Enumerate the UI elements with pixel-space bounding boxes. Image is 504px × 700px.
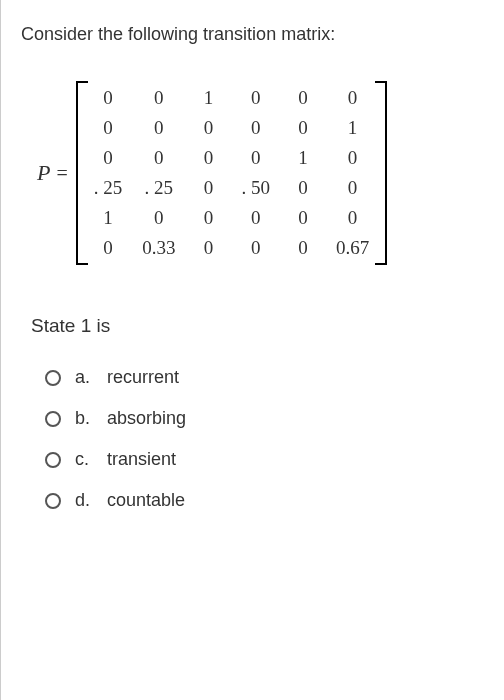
- cell: 0: [290, 87, 316, 109]
- cell: 0.67: [336, 237, 369, 259]
- cell: 0: [94, 87, 123, 109]
- question-text: State 1 is: [31, 315, 484, 337]
- cell: 1: [290, 147, 316, 169]
- cell: 0: [290, 207, 316, 229]
- option-letter: c.: [75, 449, 93, 470]
- cell: 1: [94, 207, 123, 229]
- cell: 0: [336, 177, 369, 199]
- option-letter: a.: [75, 367, 93, 388]
- cell: 0: [241, 237, 270, 259]
- matrix-variable: P: [37, 160, 50, 186]
- cell: 0: [195, 117, 221, 139]
- options-list: a. recurrent b. absorbing c. transient d…: [45, 367, 484, 511]
- cell: 0: [241, 87, 270, 109]
- option-text: absorbing: [107, 408, 186, 429]
- cell: 0: [336, 147, 369, 169]
- cell: 0: [142, 147, 175, 169]
- radio-icon[interactable]: [45, 370, 61, 386]
- radio-icon[interactable]: [45, 452, 61, 468]
- cell: 0: [195, 177, 221, 199]
- option-text: recurrent: [107, 367, 179, 388]
- cell: 0: [94, 147, 123, 169]
- option-d[interactable]: d. countable: [45, 490, 484, 511]
- cell: 0: [241, 147, 270, 169]
- option-c[interactable]: c. transient: [45, 449, 484, 470]
- radio-icon[interactable]: [45, 493, 61, 509]
- cell: 0: [94, 237, 123, 259]
- cell: 0: [290, 177, 316, 199]
- cell: . 25: [142, 177, 175, 199]
- cell: 0: [195, 147, 221, 169]
- equals-sign: =: [56, 162, 67, 185]
- matrix-equation: P = 0 0 1 0 0 0 0 0 0 0 0 1 0 0 0 0 1 0 …: [37, 81, 484, 265]
- cell: 0: [142, 117, 175, 139]
- cell: 0: [195, 237, 221, 259]
- cell: 0: [336, 87, 369, 109]
- cell: 0: [241, 207, 270, 229]
- right-bracket: [375, 81, 387, 265]
- left-bracket: [76, 81, 88, 265]
- cell: 0: [336, 207, 369, 229]
- cell: . 50: [241, 177, 270, 199]
- cell: 0: [94, 117, 123, 139]
- prompt-text: Consider the following transition matrix…: [21, 24, 484, 45]
- option-letter: d.: [75, 490, 93, 511]
- matrix-grid: 0 0 1 0 0 0 0 0 0 0 0 1 0 0 0 0 1 0 . 25…: [88, 81, 376, 265]
- option-text: transient: [107, 449, 176, 470]
- cell: 0: [142, 87, 175, 109]
- cell: 0.33: [142, 237, 175, 259]
- radio-icon[interactable]: [45, 411, 61, 427]
- option-b[interactable]: b. absorbing: [45, 408, 484, 429]
- cell: 0: [195, 207, 221, 229]
- cell: 0: [241, 117, 270, 139]
- option-text: countable: [107, 490, 185, 511]
- cell: . 25: [94, 177, 123, 199]
- cell: 0: [290, 237, 316, 259]
- option-a[interactable]: a. recurrent: [45, 367, 484, 388]
- cell: 1: [336, 117, 369, 139]
- cell: 0: [142, 207, 175, 229]
- cell: 1: [195, 87, 221, 109]
- cell: 0: [290, 117, 316, 139]
- option-letter: b.: [75, 408, 93, 429]
